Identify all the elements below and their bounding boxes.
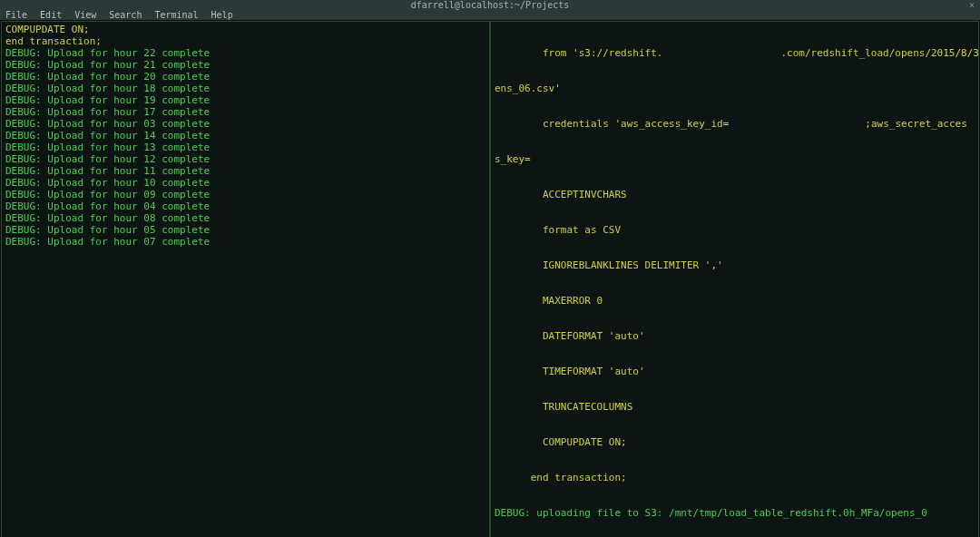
sql-text: credentials 'aws_access_key_id= <box>495 118 729 130</box>
debug-line: DEBUG: Upload for hour 07 complete <box>5 236 485 248</box>
sql-text: DATEFORMAT 'auto' <box>495 330 975 342</box>
debug-line: DEBUG: uploading file to S3: /mnt/tmp/lo… <box>495 507 975 519</box>
sql-text: format as CSV <box>495 224 975 236</box>
menu-help[interactable]: Help <box>211 10 233 20</box>
sql-text: ACCEPTINVCHARS <box>495 189 975 200</box>
sql-text: from 's3://redshift. <box>495 47 662 59</box>
sql-line: COMPUPDATE ON; <box>5 24 485 35</box>
menu-terminal[interactable]: Terminal <box>154 10 198 20</box>
debug-line: DEBUG: Upload for hour 12 complete <box>5 153 485 165</box>
debug-line: DEBUG: Upload for hour 22 complete <box>5 47 485 59</box>
debug-line: DEBUG: Upload for hour 10 complete <box>5 177 485 189</box>
debug-line: DEBUG: Upload for hour 13 complete <box>5 142 485 153</box>
debug-line: DEBUG: Upload for hour 03 complete <box>5 118 485 130</box>
debug-line: DEBUG: Upload for hour 08 complete <box>5 212 485 224</box>
menu-search[interactable]: Search <box>109 10 142 20</box>
tmux-grid: COMPUPDATE ON; end transaction; DEBUG: U… <box>0 20 980 537</box>
debug-line: DEBUG: Upload for hour 14 complete <box>5 130 485 142</box>
debug-line: DEBUG: Upload for hour 20 complete <box>5 71 485 83</box>
sql-text: IGNOREBLANKLINES DELIMITER ',' <box>495 259 975 271</box>
sql-text: TIMEFORMAT 'auto' <box>495 366 975 377</box>
debug-line: DEBUG: Upload for hour 05 complete <box>5 224 485 236</box>
sql-text: end transaction; <box>495 472 975 483</box>
sql-text: TRUNCATECOLUMNS <box>495 401 975 413</box>
sql-text: s_key= <box>495 153 975 165</box>
sql-line: end transaction; <box>5 35 485 47</box>
menu-edit[interactable]: Edit <box>40 10 62 20</box>
sql-text: .com/redshift_load/opens/2015/8/3/op <box>780 47 979 59</box>
close-icon[interactable]: × <box>969 0 975 10</box>
debug-line: DEBUG: Upload for hour 11 complete <box>5 165 485 177</box>
sql-text: ;aws_secret_acces <box>865 118 967 130</box>
debug-line: DEBUG: Upload for hour 17 complete <box>5 106 485 118</box>
window-title: dfarrell@localhost:~/Projects <box>411 0 570 10</box>
menu-file[interactable]: File <box>5 10 27 20</box>
sql-text: MAXERROR 0 <box>495 295 975 307</box>
debug-line: DEBUG: Upload for hour 19 complete <box>5 94 485 106</box>
debug-line: DEBUG: Upload for hour 18 complete <box>5 83 485 94</box>
pane-top-right[interactable]: from 's3://redshift..com/redshift_load/o… <box>490 21 979 537</box>
sql-text: COMPUPDATE ON; <box>495 436 975 448</box>
menubar: File Edit View Search Terminal Help <box>0 10 980 20</box>
pane-top-left[interactable]: COMPUPDATE ON; end transaction; DEBUG: U… <box>1 21 490 537</box>
debug-line: DEBUG: Upload for hour 21 complete <box>5 59 485 71</box>
window-titlebar: dfarrell@localhost:~/Projects × <box>0 0 980 10</box>
menu-view[interactable]: View <box>74 10 96 20</box>
debug-line: DEBUG: Upload for hour 09 complete <box>5 189 485 200</box>
debug-line: DEBUG: Upload for hour 04 complete <box>5 200 485 212</box>
sql-text: ens_06.csv' <box>495 83 975 94</box>
